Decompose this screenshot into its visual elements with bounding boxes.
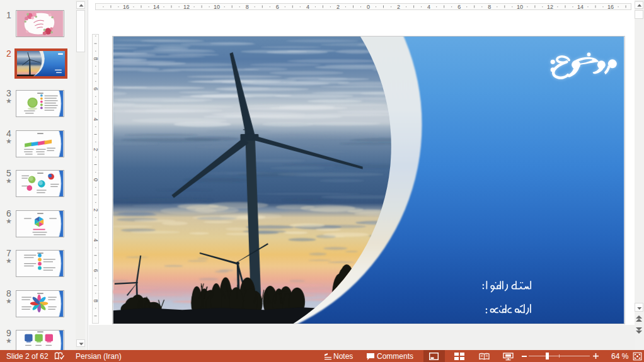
svg-text:6: 6 [276, 3, 279, 9]
svg-text:12: 12 [183, 3, 190, 9]
svg-text:2: 2 [92, 208, 98, 212]
svg-text:12: 12 [547, 3, 553, 9]
svg-text:16: 16 [123, 3, 129, 9]
svg-text:2: 2 [92, 148, 98, 151]
svg-text:4: 4 [92, 239, 98, 242]
svg-text:14: 14 [577, 3, 584, 9]
svg-text:10: 10 [517, 3, 523, 9]
svg-text:6: 6 [92, 269, 98, 272]
svg-text:8: 8 [488, 3, 491, 9]
svg-text:4: 4 [92, 118, 98, 121]
svg-text:4: 4 [427, 3, 430, 9]
svg-text:8: 8 [246, 3, 249, 9]
svg-text:0: 0 [92, 178, 98, 181]
svg-text:4: 4 [306, 3, 309, 9]
svg-text:0: 0 [367, 3, 370, 9]
svg-text:10: 10 [214, 3, 220, 9]
svg-text:6: 6 [457, 3, 461, 9]
svg-text:8: 8 [92, 57, 98, 60]
svg-text:8: 8 [92, 299, 98, 302]
svg-text:2: 2 [336, 3, 340, 9]
svg-text:14: 14 [153, 3, 159, 9]
svg-text:6: 6 [92, 88, 98, 91]
svg-text:16: 16 [607, 3, 614, 9]
svg-text:2: 2 [397, 3, 400, 9]
